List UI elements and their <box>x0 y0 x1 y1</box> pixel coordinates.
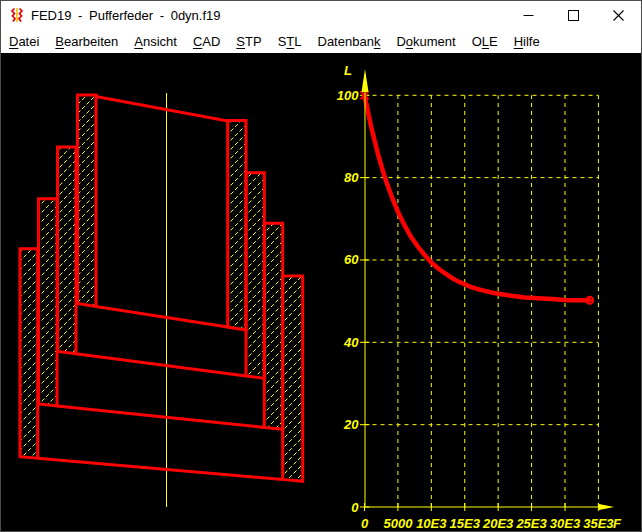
menu-item-label: H <box>514 34 523 49</box>
x-axis-label: F <box>613 516 622 531</box>
close-button[interactable] <box>596 1 641 29</box>
spring-drawing <box>20 93 303 507</box>
spring-coil-section-left-1 <box>78 95 97 306</box>
minimize-icon <box>523 10 534 21</box>
x-tick-label: 35E3 <box>583 516 614 531</box>
app-window: { "window": { "title": "FED19 - Pufferfe… <box>0 0 642 532</box>
menu-item-label: TP <box>245 34 262 49</box>
menu-item-stl[interactable]: STL <box>270 31 310 52</box>
menu-item-ole[interactable]: OLE <box>464 31 506 52</box>
menu-item-label: Datenban <box>318 34 374 49</box>
spring-coil-bottom-edge-2 <box>76 354 246 376</box>
menu-item-label: C <box>193 34 202 49</box>
y-tick-label: 100 <box>337 88 359 103</box>
spring-coil-top-edge <box>96 97 228 122</box>
menu-item-label: D <box>9 34 18 49</box>
x-tick-label: 10E3 <box>416 516 447 531</box>
menu-item-datei[interactable]: Datei <box>1 31 47 52</box>
menu-item-label: kument <box>413 34 456 49</box>
x-axis-arrow-icon <box>599 504 614 510</box>
menu-item-label: ilfe <box>523 34 540 49</box>
spring-coil-section-left-2 <box>58 147 77 354</box>
menu-item-label: L <box>482 34 489 49</box>
menu-item-label: nsicht <box>143 34 177 49</box>
y-tick-label: 40 <box>343 335 359 350</box>
window-title: FED19 - Pufferfeder - 0dyn.f19 <box>31 8 221 23</box>
menu-bar: DateiBearbeitenAnsichtCADSTPSTLDatenbank… <box>1 29 641 53</box>
menu-item-label: B <box>55 34 64 49</box>
x-tick-label: 5000 <box>383 516 413 531</box>
menu-item-stp[interactable]: STP <box>228 31 269 52</box>
maximize-button[interactable] <box>551 1 596 29</box>
window-controls <box>506 1 641 29</box>
menu-item-datenbank[interactable]: Datenbank <box>310 31 389 52</box>
spring-coil-bottom-edge-1 <box>96 306 228 327</box>
maximize-icon <box>568 10 579 21</box>
y-axis-label: L <box>344 63 352 78</box>
x-tick-label: 15E3 <box>450 516 481 531</box>
spring-coil-section-right-3 <box>264 223 282 429</box>
spring-coil-section-right-2 <box>246 173 264 379</box>
menu-item-label: earbeiten <box>64 34 118 49</box>
menu-item-ansicht[interactable]: Ansicht <box>126 31 185 52</box>
menu-item-label: S <box>236 34 245 49</box>
client-area: 0500010E315E320E325E330E335E302040608010… <box>1 1 642 532</box>
menu-item-label: E <box>489 34 498 49</box>
spring-coil-bottom-edge-4 <box>38 458 283 479</box>
menu-item-label: L <box>294 34 301 49</box>
menu-item-label: o <box>406 34 413 49</box>
x-tick-label: 20E3 <box>482 516 514 531</box>
menu-item-label: atei <box>18 34 39 49</box>
spring-coil-bottom-edge-3 <box>57 406 264 428</box>
close-icon <box>613 10 624 21</box>
x-tick-label: 30E3 <box>550 516 581 531</box>
menu-item-bearbeiten[interactable]: Bearbeiten <box>47 31 126 52</box>
x-tick-label: 0 <box>361 516 369 531</box>
menu-item-hilfe[interactable]: Hilfe <box>506 31 548 52</box>
menu-item-label: O <box>472 34 482 49</box>
x-tick-label: 25E3 <box>515 516 547 531</box>
spring-icon <box>9 7 25 23</box>
menu-item-cad[interactable]: CAD <box>185 31 228 52</box>
menu-item-dokument[interactable]: Dokument <box>388 31 463 52</box>
menu-item-label: k <box>374 34 381 49</box>
spring-coil-section-left-3 <box>39 199 58 406</box>
menu-item-label: S <box>278 34 287 49</box>
menu-item-label: D <box>396 34 405 49</box>
menu-item-label: AD <box>202 34 220 49</box>
spring-characteristic-chart: 0500010E315E320E325E330E335E302040608010… <box>337 63 622 531</box>
spring-coil-section-right-1 <box>228 121 246 331</box>
spring-coil-section-right-4 <box>283 276 303 481</box>
y-tick-label: 60 <box>344 252 359 267</box>
y-tick-label: 20 <box>343 417 359 432</box>
menu-item-label: A <box>134 34 143 49</box>
title-bar: FED19 - Pufferfeder - 0dyn.f19 <box>1 1 641 29</box>
characteristic-curve <box>365 95 590 300</box>
y-axis-arrow-icon <box>362 69 369 92</box>
y-tick-label: 0 <box>351 500 359 515</box>
spring-coil-section-left-4 <box>20 249 38 459</box>
y-tick-label: 80 <box>344 170 359 185</box>
minimize-button[interactable] <box>506 1 551 29</box>
